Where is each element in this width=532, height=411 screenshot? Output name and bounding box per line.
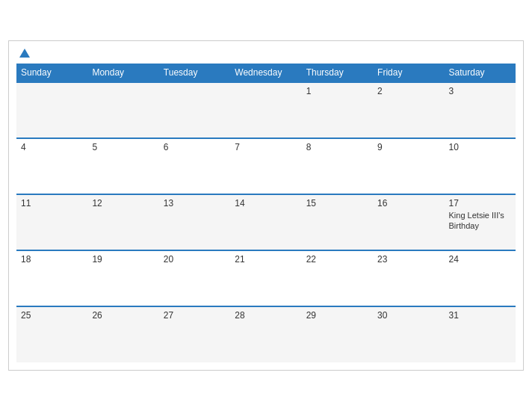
day-number: 18 <box>21 254 83 265</box>
day-number: 6 <box>164 142 226 152</box>
calendar-cell <box>159 82 230 138</box>
weekday-header-monday: Monday <box>87 64 158 82</box>
day-number: 24 <box>449 254 511 265</box>
day-number: 25 <box>21 310 83 321</box>
day-number: 8 <box>306 142 368 152</box>
calendar-cell: 27 <box>159 306 230 362</box>
calendar-cell <box>87 82 158 138</box>
day-number: 20 <box>164 254 226 265</box>
calendar-cell <box>230 82 301 138</box>
week-row-4: 18192021222324 <box>16 250 516 306</box>
calendar-cell: 5 <box>87 138 158 194</box>
week-row-2: 45678910 <box>16 138 516 194</box>
week-row-1: 123 <box>16 82 516 138</box>
calendar-cell <box>16 82 87 138</box>
calendar-cell: 7 <box>230 138 301 194</box>
day-number: 10 <box>449 142 511 152</box>
weekday-header-wednesday: Wednesday <box>230 64 301 82</box>
calendar-cell: 13 <box>159 194 230 250</box>
calendar-cell: 1 <box>302 82 373 138</box>
weekday-header-row: SundayMondayTuesdayWednesdayThursdayFrid… <box>16 64 516 82</box>
calendar-cell: 4 <box>16 138 87 194</box>
calendar-cell: 14 <box>230 194 301 250</box>
calendar-cell: 19 <box>87 250 158 306</box>
calendar-cell: 30 <box>373 306 444 362</box>
event-label: King Letsie III's Birthday <box>449 211 504 230</box>
day-number: 9 <box>377 142 439 152</box>
day-number: 1 <box>306 86 368 96</box>
calendar-cell: 9 <box>373 138 444 194</box>
calendar-cell: 12 <box>87 194 158 250</box>
day-number: 14 <box>235 198 297 208</box>
calendar-table: SundayMondayTuesdayWednesdayThursdayFrid… <box>16 64 516 362</box>
calendar-cell: 10 <box>445 138 516 194</box>
week-row-3: 11121314151617King Letsie III's Birthday <box>16 194 516 250</box>
day-number: 13 <box>164 198 226 208</box>
day-number: 23 <box>377 254 439 265</box>
calendar-cell: 18 <box>16 250 87 306</box>
calendar-cell: 28 <box>230 306 301 362</box>
weekday-header-thursday: Thursday <box>302 64 373 82</box>
day-number: 31 <box>449 310 511 321</box>
calendar-cell: 6 <box>159 138 230 194</box>
calendar-cell: 15 <box>302 194 373 250</box>
weekday-header-sunday: Sunday <box>16 64 87 82</box>
calendar-cell: 3 <box>445 82 516 138</box>
calendar-cell: 16 <box>373 194 444 250</box>
calendar-thead: SundayMondayTuesdayWednesdayThursdayFrid… <box>16 64 516 82</box>
week-row-5: 25262728293031 <box>16 306 516 362</box>
calendar-cell: 24 <box>445 250 516 306</box>
calendar-container: SundayMondayTuesdayWednesdayThursdayFrid… <box>8 40 524 371</box>
day-number: 7 <box>235 142 297 152</box>
day-number: 3 <box>449 86 511 96</box>
logo-triangle-icon <box>19 49 30 58</box>
weekday-header-tuesday: Tuesday <box>159 64 230 82</box>
day-number: 15 <box>306 198 368 208</box>
calendar-cell: 8 <box>302 138 373 194</box>
calendar-body: 1234567891011121314151617King Letsie III… <box>16 82 516 362</box>
day-number: 27 <box>164 310 226 321</box>
calendar-cell: 26 <box>87 306 158 362</box>
calendar-cell: 2 <box>373 82 444 138</box>
calendar-cell: 21 <box>230 250 301 306</box>
day-number: 28 <box>235 310 297 321</box>
calendar-cell: 31 <box>445 306 516 362</box>
day-number: 17 <box>449 198 511 208</box>
day-number: 19 <box>92 254 154 265</box>
calendar-cell: 17King Letsie III's Birthday <box>445 194 516 250</box>
day-number: 22 <box>306 254 368 265</box>
day-number: 4 <box>21 142 83 152</box>
weekday-header-saturday: Saturday <box>445 64 516 82</box>
calendar-cell: 23 <box>373 250 444 306</box>
calendar-cell: 25 <box>16 306 87 362</box>
calendar-cell: 20 <box>159 250 230 306</box>
day-number: 11 <box>21 198 83 208</box>
day-number: 21 <box>235 254 297 265</box>
calendar-cell: 11 <box>16 194 87 250</box>
calendar-cell: 29 <box>302 306 373 362</box>
day-number: 2 <box>377 86 439 96</box>
weekday-header-friday: Friday <box>373 64 444 82</box>
day-number: 12 <box>92 198 154 208</box>
calendar-header <box>16 49 516 58</box>
calendar-cell: 22 <box>302 250 373 306</box>
logo <box>19 49 31 58</box>
day-number: 30 <box>377 310 439 321</box>
day-number: 29 <box>306 310 368 321</box>
day-number: 5 <box>92 142 154 152</box>
day-number: 26 <box>92 310 154 321</box>
day-number: 16 <box>377 198 439 208</box>
logo-blue-text <box>19 49 31 58</box>
